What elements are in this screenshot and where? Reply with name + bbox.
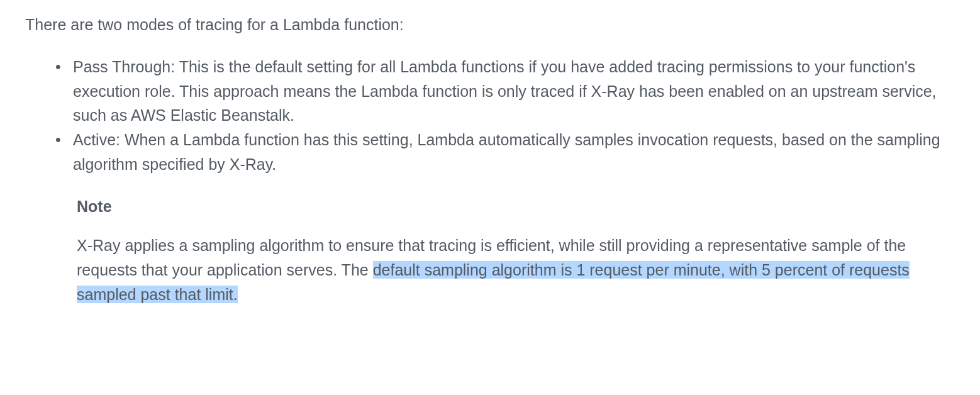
list-item: Pass Through: This is the default settin…: [55, 55, 955, 128]
tracing-modes-list: Pass Through: This is the default settin…: [25, 55, 955, 177]
note-heading: Note: [77, 194, 942, 219]
note-block: Note X-Ray applies a sampling algorithm …: [77, 194, 955, 307]
note-body: X-Ray applies a sampling algorithm to en…: [77, 233, 942, 306]
list-item: Active: When a Lambda function has this …: [55, 128, 955, 177]
intro-paragraph: There are two modes of tracing for a Lam…: [25, 13, 955, 37]
